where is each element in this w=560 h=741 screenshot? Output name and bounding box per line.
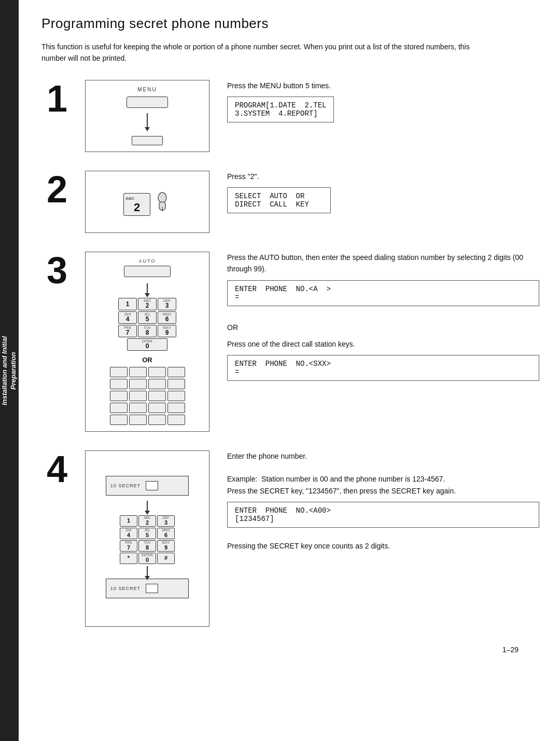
sidebar-tab: Installation and InitialPreparation: [0, 0, 19, 741]
key-5: JKL5: [138, 311, 157, 324]
secret-indicator-bottom: [146, 584, 158, 593]
keypad-finger: ABC 2: [123, 187, 171, 216]
key-9: WXY9: [158, 325, 176, 337]
s4-key-2: ABC2: [138, 515, 156, 527]
step4-auto-section: 10 SECRET 1 ABC2 DEF3: [92, 476, 203, 601]
numpad-step4: 1 ABC2 DEF3 GHI4 JKL5 MNO6 PRS7 TUV8 WXY…: [120, 515, 175, 564]
secret-box-bottom: 10 SECRET: [106, 579, 189, 598]
s4-key-star: *: [120, 553, 137, 564]
step-3-number: 3: [41, 252, 73, 289]
step-4-info-box: ENTER PHONE NO.<A00>[1234567]: [227, 502, 539, 528]
finger-icon: [153, 187, 171, 214]
page-number: 1–29: [502, 646, 519, 654]
dcall-key-16: [167, 403, 185, 413]
dcall-key-8: [167, 379, 185, 389]
step-2-instruction: Press "2".: [227, 171, 539, 182]
s4-key-4: GHI4: [120, 528, 137, 539]
key-2: ABC2: [138, 298, 157, 310]
step-3-info-box-1: ENTER PHONE NO.<A >=: [227, 280, 539, 306]
page-title: Programming secret phone numbers: [41, 16, 539, 32]
dcall-key-20: [167, 415, 185, 425]
dcall-key-5: [110, 379, 128, 389]
step-4-number: 4: [41, 450, 73, 488]
key-4: GHI4: [118, 311, 137, 324]
page-footer: 1–29: [41, 646, 539, 654]
dcall-key-11: [148, 391, 166, 401]
or-label-step3: OR: [142, 356, 152, 364]
step-1-info-box: PROGRAM[1.DATE 2.TEL3.SYSTEM 4.REPORT]: [227, 97, 334, 122]
menu-btn: [127, 97, 168, 108]
key-0: OPER0: [127, 338, 167, 351]
svg-point-0: [158, 193, 166, 203]
dcall-key-4: [167, 367, 185, 377]
dcall-key-14: [129, 403, 147, 413]
key-3: DEF3: [158, 298, 176, 310]
s4-key-8: TUV8: [138, 540, 156, 552]
menu-small-box: [132, 136, 163, 145]
intro-text: This function is useful for keeping the …: [41, 41, 487, 64]
step-2-instructions: Press "2". SELECT AUTO ORDIRECT CALL KEY: [222, 171, 539, 219]
dcall-key-18: [129, 415, 147, 425]
s4-key-7: PRS7: [120, 540, 137, 552]
step-2-diagram: ABC 2: [85, 171, 209, 233]
auto-section: AUTO 1 ABC2 DEF3 GHI4: [92, 258, 203, 425]
step-1-instruction: Press the MENU button 5 times.: [227, 80, 539, 91]
secret-box-top: 10 SECRET: [106, 476, 189, 496]
dcall-key-12: [167, 391, 185, 401]
s4-key-1: 1: [120, 515, 137, 527]
step-3-instruction1: Press the AUTO button, then enter the sp…: [227, 252, 539, 275]
dcall-key-2: [129, 367, 147, 377]
dcall-key-1: [110, 367, 128, 377]
auto-btn: [124, 266, 171, 277]
dcall-grid: [110, 367, 185, 425]
s4-key-3: DEF3: [157, 515, 175, 527]
step-3-or: OR: [227, 322, 539, 333]
step-4-instruction3: Pressing the SECRET key once counts as 2…: [227, 540, 539, 552]
step-1-instructions: Press the MENU button 5 times. PROGRAM[1…: [222, 80, 539, 129]
secret-indicator-top: [146, 481, 158, 490]
dcall-key-13: [110, 403, 128, 413]
dcall-key-7: [148, 379, 166, 389]
dcall-key-9: [110, 391, 128, 401]
dcall-key-10: [129, 391, 147, 401]
s4-key-5: JKL5: [138, 528, 156, 539]
step-3-row: 3 AUTO 1 ABC2 DEF3: [41, 252, 539, 432]
s4-key-6: MNO6: [157, 528, 175, 539]
auto-label: AUTO: [139, 258, 156, 264]
menu-label: MENU: [137, 87, 157, 92]
key-6: MNO6: [158, 311, 176, 324]
dcall-key-15: [148, 403, 166, 413]
s4-key-9: WXY9: [157, 540, 175, 552]
step-1-number: 1: [41, 80, 73, 117]
s4-key-hash: #: [157, 553, 175, 564]
s4-key-0: ENTER0: [138, 553, 156, 564]
key-7: PRS7: [118, 325, 137, 337]
secret-label-bottom: 10 SECRET: [110, 586, 141, 591]
key-2-btn: ABC 2: [123, 193, 150, 216]
step-4-instructions: Enter the phone number. Example: Station…: [222, 450, 539, 557]
step-4-diagram: 10 SECRET 1 ABC2 DEF3: [85, 450, 209, 627]
numpad-step3: 1 ABC2 DEF3 GHI4 JKL5 MNO6 PRS7 TUV8 WXY…: [118, 298, 176, 351]
step-3-info-box-2: ENTER PHONE NO.<SXX>=: [227, 355, 539, 381]
step-2-row: 2 ABC 2: [41, 171, 539, 233]
step-2-info-box: SELECT AUTO ORDIRECT CALL KEY: [227, 187, 331, 213]
step-3-instructions: Press the AUTO button, then enter the sp…: [222, 252, 539, 388]
dcall-key-3: [148, 367, 166, 377]
dcall-key-6: [129, 379, 147, 389]
step-2-number: 2: [41, 171, 73, 208]
step-3-diagram: AUTO 1 ABC2 DEF3 GHI4: [85, 252, 209, 432]
key-1: 1: [118, 298, 137, 310]
key-8: TUV8: [138, 325, 157, 337]
step-1-row: 1 MENU Press the MENU button 5 times. PR…: [41, 80, 539, 152]
step-3-instruction2: Press one of the direct call station key…: [227, 338, 539, 350]
dcall-key-19: [148, 415, 166, 425]
secret-label-top: 10 SECRET: [110, 483, 141, 488]
dcall-key-17: [110, 415, 128, 425]
step-4-row: 4 10 SECRET 1 ABC2: [41, 450, 539, 627]
sidebar-label: Installation and InitialPreparation: [1, 336, 18, 405]
step-4-instruction1: Enter the phone number.: [227, 450, 539, 462]
step-1-diagram: MENU: [85, 80, 209, 152]
step-4-instruction2: Example: Station number is 00 and the ph…: [227, 473, 539, 497]
menu-button-area: MENU: [127, 87, 168, 145]
